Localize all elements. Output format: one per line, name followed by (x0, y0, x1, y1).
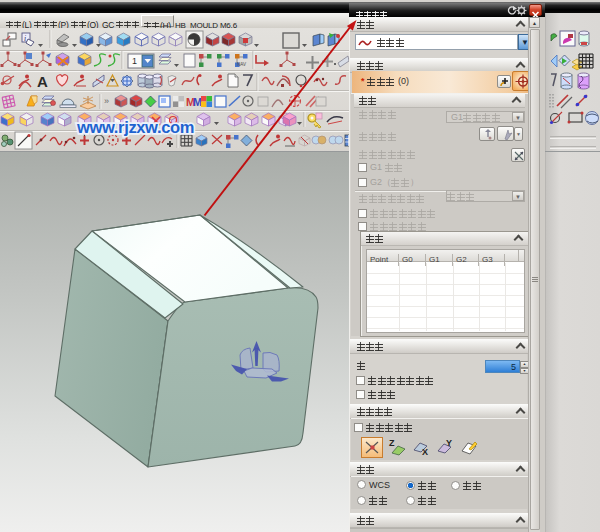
svg-text:Y: Y (446, 438, 452, 448)
svg-text:»: » (104, 96, 109, 106)
svg-text:A: A (37, 73, 48, 90)
svg-text:i: i (24, 34, 26, 43)
svg-text:NAV: NAV (237, 62, 246, 67)
svg-text:1: 1 (132, 56, 137, 66)
svg-text:Z: Z (389, 438, 395, 448)
svg-text:M: M (193, 96, 202, 108)
svg-text:X: X (422, 447, 428, 456)
